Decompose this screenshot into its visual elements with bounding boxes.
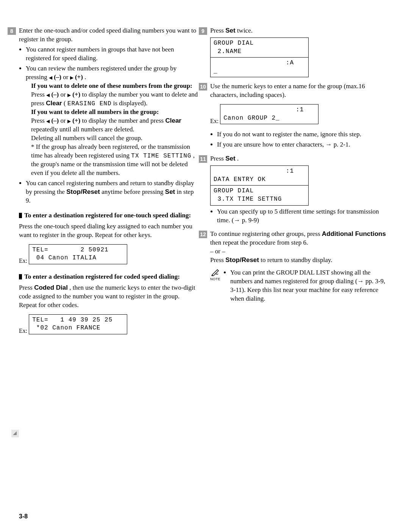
arrow-right-icon [70, 73, 73, 81]
step-text: Use the numeric keys to enter a name for… [210, 82, 390, 100]
arrow-left-icon [46, 91, 50, 98]
paragraph: * If the group has already been register… [31, 143, 199, 178]
step-text: Press Stop/Reset to return to standby di… [210, 256, 390, 265]
step-12: 12 To continue registering other groups,… [210, 230, 390, 306]
arrow-right-icon [67, 117, 71, 124]
sub-section-heading: To enter a destination registered for on… [19, 211, 199, 220]
step-number: 12 [199, 231, 207, 238]
square-marker-icon [19, 274, 22, 279]
bullet: You cannot register numbers in groups th… [26, 45, 199, 63]
paragraph: Deleting all numbers will cancel the gro… [31, 134, 199, 143]
example-label: Ex: [210, 117, 219, 125]
step-number: 10 [199, 83, 207, 90]
step-8: 8 Enter the one-touch and/or coded speed… [19, 27, 199, 205]
step-text: Enter the one-touch and/or coded speed d… [19, 27, 199, 44]
arrow-right-icon [67, 91, 71, 98]
lcd-example: Ex: :1 Canon GROUP 2_ [210, 102, 390, 126]
lcd-display: TEL= 2 50921 04 Canon ITALIA [29, 244, 127, 264]
lcd-display: :A _ [210, 57, 309, 77]
sub-section-heading: To enter a destination registered for co… [19, 273, 199, 281]
arrow-left-icon [46, 117, 50, 124]
step-text: Press Set twice. [210, 27, 390, 35]
lcd-display: GROUP DIAL 2.NAME [210, 37, 309, 58]
step-11: 11 Press Set . :1 DATA ENTRY OK GROUP DI… [210, 154, 390, 225]
step-9: 9 Press Set twice. GROUP DIAL 2.NAME :A … [210, 27, 390, 77]
lcd-display: :1 DATA ENTRY OK [210, 165, 309, 186]
lcd-example: Ex: TEL= 2 50921 04 Canon ITALIA [19, 242, 199, 267]
step-number: 8 [8, 27, 16, 35]
left-column: 8 Enter the one-touch and/or coded speed… [19, 27, 199, 340]
sub-heading: If you want to delete all numbers in the… [31, 108, 199, 117]
arrow-left-icon [49, 73, 52, 81]
or-separator: – or – [210, 247, 390, 256]
lcd-display: TEL= 1 49 39 25 25 *02 Canon FRANCE [29, 314, 127, 334]
step-text: To continue registering other groups, pr… [210, 230, 390, 247]
step-number: 11 [199, 155, 207, 163]
note-block: NOTE You can print the GROUP DIAL LIST s… [210, 268, 390, 306]
sub-heading: If you want to delete one of these numbe… [31, 82, 199, 90]
paragraph: Press (–) or (+) to display the number y… [31, 90, 199, 108]
paragraph: Press Coded Dial , then use the numeric … [19, 284, 199, 310]
note-icon: NOTE [210, 268, 220, 281]
lcd-example: Ex: TEL= 1 49 39 25 25 *02 Canon FRANCE [19, 312, 199, 337]
bullet: If you do not want to register the name,… [217, 130, 390, 139]
step-number: 9 [199, 27, 207, 35]
bullet: You can cancel registering numbers and r… [26, 179, 199, 205]
note-text: You can print the GROUP DIAL LIST showin… [230, 268, 390, 303]
step-text: Press Set . [210, 154, 390, 163]
paragraph: Press the one-touch speed dialing key as… [19, 222, 199, 240]
example-label: Ex: [19, 257, 27, 265]
bullet: If you are unsure how to enter character… [217, 140, 390, 149]
step-10: 10 Use the numeric keys to enter a name … [210, 82, 390, 149]
bullet: You can specify up to 5 different time s… [217, 207, 390, 225]
example-label: Ex: [19, 327, 27, 335]
lcd-display: :1 Canon GROUP 2_ [220, 104, 318, 124]
paragraph: Press (–) or (+) to display the number a… [31, 117, 199, 134]
bullet: You can review the numbers registered un… [26, 64, 199, 178]
right-column: 9 Press Set twice. GROUP DIAL 2.NAME :A … [210, 27, 390, 340]
lcd-display: GROUP DIAL 3.TX TIME SETTNG [210, 185, 309, 205]
square-marker-icon [19, 213, 22, 218]
